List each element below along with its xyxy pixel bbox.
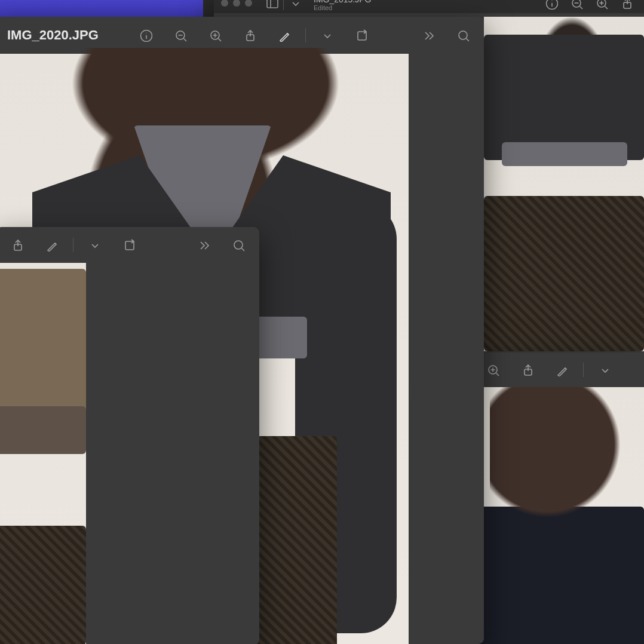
zoom-in-icon[interactable] [205,25,225,45]
markup-pencil-icon[interactable] [274,25,295,45]
photo-preview-front [0,263,86,644]
info-icon[interactable] [541,0,562,13]
zoom-out-icon[interactable] [566,0,587,13]
window-title: IMG_2020.JPG [7,27,99,43]
double-chevron-right-icon[interactable] [194,235,214,255]
titlebar[interactable]: IMG_2015.JPG Edited [214,0,644,13]
share-icon[interactable] [7,235,27,255]
rotate-icon[interactable] [119,235,139,255]
info-icon[interactable] [136,25,156,45]
photo-preview-right-top [484,17,644,351]
double-chevron-right-icon[interactable] [418,25,438,45]
search-icon[interactable] [453,25,473,45]
chevron-down-icon[interactable] [317,25,337,45]
window-title: IMG_2015.JPG [314,0,372,4]
rotate-icon[interactable] [351,25,372,45]
markup-pencil-icon[interactable] [552,360,572,380]
markup-pencil-icon[interactable] [42,235,62,255]
photo-preview-right-bottom [472,387,644,644]
preview-window-right-lower [472,352,644,644]
zoom-in-icon[interactable] [483,360,503,380]
zoom-in-icon[interactable] [591,0,612,13]
background-window [0,0,203,18]
image-canvas-margin [409,54,484,644]
traffic-lights[interactable] [221,0,252,7]
share-icon[interactable] [240,25,260,45]
zoom-out-icon[interactable] [170,25,191,45]
preview-window-front [0,227,259,644]
sidebar-toggle[interactable] [262,0,282,13]
share-icon[interactable] [517,360,538,380]
chevron-down-icon[interactable] [594,360,615,380]
search-icon[interactable] [228,235,249,255]
toolbar-divider [283,0,284,10]
chevron-down-icon[interactable] [84,235,105,255]
window-subtitle: Edited [314,4,372,11]
share-icon[interactable] [617,0,637,13]
chevron-down-icon[interactable] [285,0,305,13]
toolbar [0,227,259,263]
image-canvas-empty [86,263,259,644]
